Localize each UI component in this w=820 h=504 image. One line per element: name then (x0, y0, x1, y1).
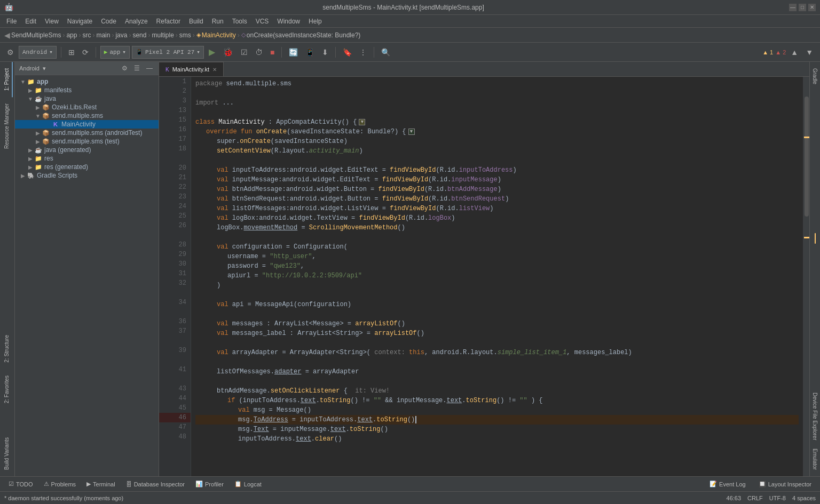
toolbar-sync-btn[interactable]: ⟳ (80, 46, 91, 58)
menu-help[interactable]: Help (304, 17, 326, 26)
bottom-tab-logcat[interactable]: 📋 Logcat (230, 479, 266, 489)
search-everywhere-btn[interactable]: 🔍 (379, 46, 393, 58)
gradle-sync-btn[interactable]: 🔄 (286, 46, 301, 58)
breadcrumb-multiple[interactable]: multiple (152, 31, 174, 39)
tree-item-java[interactable]: ▼ ☕ java (15, 94, 159, 103)
stop-button[interactable]: ■ (267, 46, 277, 58)
android-dropdown[interactable]: ▾ (43, 65, 46, 72)
toolbar-layout-btn[interactable]: ⊞ (66, 46, 77, 58)
line-num-32: 32 (159, 278, 191, 288)
tree-item-java-gen[interactable]: ▶ ☕ java (generated) (15, 146, 159, 154)
android-selector[interactable]: Android ▾ (19, 46, 57, 59)
code-line-40 (195, 357, 799, 367)
run-button[interactable]: ▶ (206, 45, 218, 59)
minimize-button[interactable]: — (789, 4, 797, 11)
sidebar-tab-project[interactable]: 1: Project (2, 62, 13, 97)
bottom-tab-problems[interactable]: ⚠ Problems (40, 479, 80, 489)
line-num-31: 31 (159, 269, 191, 278)
line-num-13: 13 (159, 106, 191, 115)
tree-item-gradle[interactable]: ▶ 🐘 Gradle Scripts (15, 171, 159, 180)
folder-icon: 📦 (42, 112, 50, 119)
toolbar-up-btn[interactable]: ▲ (788, 46, 801, 58)
bottom-tab-db-inspector[interactable]: 🗄 Database Inspector (122, 479, 189, 489)
project-collapse-btn[interactable]: — (145, 64, 154, 73)
app-selector[interactable]: ▶ app ▾ (100, 46, 130, 59)
bottom-tab-profiler[interactable]: 📊 Profiler (191, 479, 228, 489)
code-line-48: inputToAddress.text.clear() (195, 434, 799, 444)
line-num-45: 45 (159, 403, 191, 413)
coverage-button[interactable]: ☑ (238, 46, 250, 58)
sidebar-tab-resource[interactable]: Resource Manager (2, 97, 13, 155)
sdk-manager-btn[interactable]: ⬇ (319, 46, 331, 58)
status-charset[interactable]: UTF-8 (769, 495, 786, 501)
toolbar-settings-btn[interactable]: ⚙ (4, 46, 17, 58)
right-scrollbar[interactable] (803, 77, 809, 476)
bottom-tab-layout-inspector[interactable]: 🔲 Layout Inspector (754, 479, 816, 489)
scrollbar-thumb[interactable] (805, 97, 809, 217)
right-tab-emulator[interactable]: Emulator (811, 444, 819, 474)
right-tab-device-file[interactable]: Device File Explorer (811, 388, 819, 444)
menu-edit[interactable]: Edit (21, 17, 41, 26)
menu-tools[interactable]: Tools (228, 17, 251, 26)
status-indent[interactable]: 4 spaces (792, 495, 816, 501)
tree-item-manifests[interactable]: ▶ 📁 manifests (15, 86, 159, 94)
tree-item-res[interactable]: ▶ 📁 res (15, 154, 159, 163)
sidebar-tab-build[interactable]: Build Variants (2, 431, 13, 476)
tab-close-btn[interactable]: ✕ (212, 67, 217, 73)
breadcrumb-app[interactable]: app (66, 31, 77, 39)
status-position[interactable]: 46:63 (727, 495, 742, 501)
maximize-button[interactable]: □ (799, 4, 806, 11)
tree-item-app[interactable]: ▼ 📁 app (15, 77, 159, 86)
breadcrumb-project[interactable]: SendMultipleSms (11, 31, 61, 39)
menu-file[interactable]: File (2, 17, 21, 26)
tree-item-test[interactable]: ▶ 📦 send.multiple.sms (test) (15, 137, 159, 146)
breadcrumb-sms[interactable]: sms (179, 31, 191, 39)
project-settings-btn[interactable]: ⚙ (120, 64, 129, 73)
breadcrumb-main[interactable]: main (96, 31, 110, 39)
back-button[interactable]: ◀ (4, 31, 10, 39)
breadcrumb-oncreate[interactable]: onCreate(savedInstanceState: Bundle?) (247, 31, 360, 39)
code-content[interactable]: package send.multiple.sms import ... cla… (191, 77, 803, 476)
profile-button[interactable]: ⏱ (253, 46, 265, 58)
separator (61, 47, 61, 58)
error-count[interactable]: ▲ 2 (775, 49, 786, 55)
status-encoding[interactable]: CRLF (747, 495, 763, 501)
bookmark-btn[interactable]: 🔖 (340, 46, 354, 58)
more-actions-btn[interactable]: ⋮ (357, 46, 369, 58)
bottom-tab-event-log[interactable]: 📝 Event Log (705, 479, 750, 489)
sidebar-tab-structure[interactable]: 2: Structure (2, 329, 13, 369)
menu-view[interactable]: View (41, 17, 63, 26)
code-line-36: val messages : ArrayList<Message> = arra… (195, 319, 799, 329)
warning-count[interactable]: ▲ 1 (762, 49, 773, 55)
device-selector[interactable]: 📱 Pixel 2 API 27 ▾ (132, 46, 204, 59)
menu-run[interactable]: Run (208, 17, 228, 26)
tree-item-res-gen[interactable]: ▶ 📁 res (generated) (15, 163, 159, 171)
sidebar-tab-favorites[interactable]: 2: Favorites (2, 369, 13, 410)
breadcrumb-src[interactable]: src (82, 31, 91, 39)
menu-refactor[interactable]: Refactor (152, 17, 185, 26)
toolbar-down-btn[interactable]: ▼ (803, 46, 816, 58)
breadcrumb-send[interactable]: send (132, 31, 146, 39)
tree-item-sendmultiple[interactable]: ▼ 📦 send.multiple.sms (15, 111, 159, 120)
close-button[interactable]: ✕ (808, 4, 816, 11)
breadcrumb-mainactivity[interactable]: MainActivity (202, 31, 236, 39)
line-num-22: 22 (159, 182, 191, 192)
bottom-tab-todo[interactable]: ☑ TODO (4, 479, 37, 489)
tree-item-ozeki[interactable]: ▶ 📦 Ozeki.Libs.Rest (15, 103, 159, 111)
menu-navigate[interactable]: Navigate (63, 17, 97, 26)
menu-window[interactable]: Window (273, 17, 304, 26)
bottom-tab-terminal[interactable]: ▶ Terminal (82, 479, 120, 489)
right-tab-gradle[interactable]: Gradle (811, 64, 819, 89)
menu-vcs[interactable]: VCS (251, 17, 273, 26)
menu-analyze[interactable]: Analyze (121, 17, 152, 26)
editor-tab-mainactivity[interactable]: K MainActivity.kt ✕ (159, 62, 224, 76)
project-filter-btn[interactable]: ☰ (132, 64, 141, 73)
menu-code[interactable]: Code (97, 17, 121, 26)
code-line-37: val messages_label : ArrayList<String> =… (195, 329, 799, 338)
menu-build[interactable]: Build (185, 17, 208, 26)
tree-item-mainactivity[interactable]: K MainActivity (15, 120, 159, 129)
breadcrumb-java[interactable]: java (115, 31, 127, 39)
tree-item-androidtest[interactable]: ▶ 📦 send.multiple.sms (androidTest) (15, 129, 159, 137)
debug-button[interactable]: 🐞 (220, 45, 236, 59)
avd-manager-btn[interactable]: 📱 (303, 46, 317, 58)
